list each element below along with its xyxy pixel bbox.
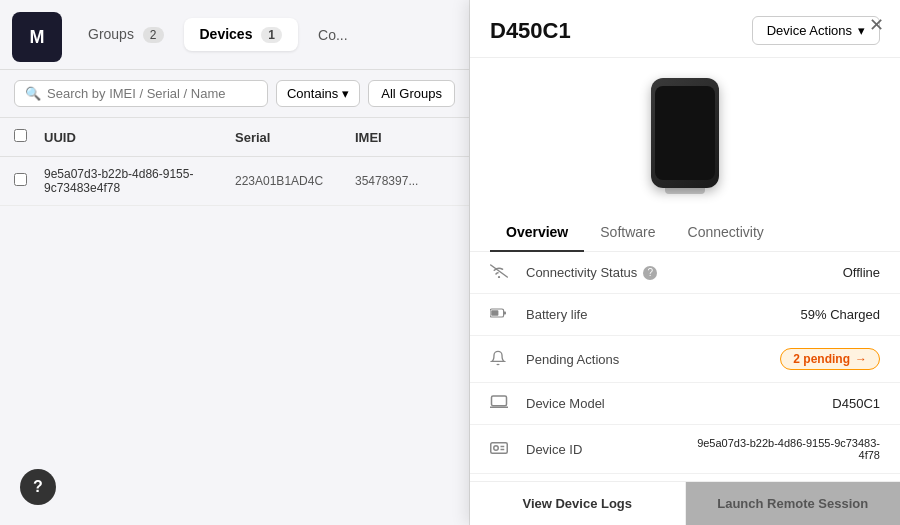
svg-rect-2	[504, 311, 506, 314]
laptop-icon	[490, 395, 514, 412]
phone-base	[665, 188, 705, 194]
connectivity-status-value: Offline	[843, 265, 880, 280]
table-header: UUID Serial IMEI	[0, 118, 469, 157]
tab-co[interactable]: Co...	[302, 19, 364, 51]
panel-header: D450C1 Device Actions ▾	[470, 0, 900, 58]
tab-overview[interactable]: Overview	[490, 214, 584, 252]
search-icon: 🔍	[25, 86, 41, 101]
info-row-device-id: Device ID 9e5a07d3-b22b-4d86-9155-9c7348…	[470, 425, 900, 474]
tab-devices[interactable]: Devices 1	[184, 18, 299, 51]
connectivity-hint[interactable]: ?	[643, 266, 657, 280]
select-all-checkbox[interactable]	[14, 129, 27, 142]
battery-life-label: Battery life	[526, 307, 801, 322]
row-checkbox[interactable]	[14, 173, 27, 186]
launch-remote-session-button[interactable]: Launch Remote Session	[686, 482, 901, 525]
tabs-bar: Groups 2 Devices 1 Co...	[0, 0, 469, 70]
chevron-down-icon: ▾	[342, 86, 349, 101]
left-panel: M Groups 2 Devices 1 Co... 🔍 Contains ▾ …	[0, 0, 470, 525]
close-button[interactable]: ✕	[869, 14, 884, 36]
chevron-down-icon: ▾	[858, 23, 865, 38]
row-uuid: 9e5a07d3-b22b-4d86-9155-9c73483e4f78	[44, 167, 235, 195]
groups-filter[interactable]: All Groups	[368, 80, 455, 107]
device-id-label: Device ID	[526, 442, 680, 457]
device-actions-button[interactable]: Device Actions ▾	[752, 16, 880, 45]
tab-connectivity[interactable]: Connectivity	[672, 214, 780, 252]
bottom-actions: View Device Logs Launch Remote Session	[470, 481, 900, 525]
info-row-battery: Battery life 59% Charged	[470, 294, 900, 336]
svg-rect-3	[491, 310, 498, 316]
device-image	[651, 78, 719, 188]
contains-filter[interactable]: Contains ▾	[276, 80, 360, 107]
info-row-model: Device Model D450C1	[470, 383, 900, 425]
pending-badge[interactable]: 2 pending →	[780, 348, 880, 370]
col-serial-header: Serial	[235, 130, 355, 145]
tab-software[interactable]: Software	[584, 214, 671, 252]
search-bar: 🔍 Contains ▾ All Groups	[0, 70, 469, 118]
wifi-slash-icon	[490, 264, 514, 281]
detail-panel: ✕ D450C1 Device Actions ▾ Overview Softw…	[470, 0, 900, 525]
battery-icon	[490, 306, 514, 323]
id-icon	[490, 441, 514, 458]
col-imei-header: IMEI	[355, 130, 455, 145]
search-input-wrap: 🔍	[14, 80, 268, 107]
row-imei: 35478397...	[355, 174, 455, 188]
col-uuid-header: UUID	[44, 130, 235, 145]
battery-life-value: 59% Charged	[801, 307, 881, 322]
pending-actions-label: Pending Actions	[526, 352, 780, 367]
device-model-value: D450C1	[832, 396, 880, 411]
view-device-logs-button[interactable]: View Device Logs	[470, 482, 686, 525]
arrow-right-icon: →	[855, 352, 867, 366]
device-image-area	[470, 58, 900, 214]
bell-icon	[490, 350, 514, 369]
svg-rect-4	[492, 396, 507, 406]
tab-groups[interactable]: Groups 2	[72, 18, 180, 51]
device-title: D450C1	[490, 18, 571, 44]
svg-point-0	[498, 276, 500, 278]
info-list: Connectivity Status ? Offline Battery li…	[470, 252, 900, 474]
panel-tabs: Overview Software Connectivity	[470, 214, 900, 252]
app-logo: M	[12, 12, 62, 62]
help-button[interactable]: ?	[20, 469, 56, 505]
info-row-pending: Pending Actions 2 pending →	[470, 336, 900, 383]
connectivity-status-label: Connectivity Status ?	[526, 265, 843, 280]
device-id-value: 9e5a07d3-b22b-4d86-9155-9c73483-4f78	[680, 437, 880, 461]
info-row-connectivity: Connectivity Status ? Offline	[470, 252, 900, 294]
svg-point-6	[494, 445, 499, 450]
table-row[interactable]: 9e5a07d3-b22b-4d86-9155-9c73483e4f78 223…	[0, 157, 469, 206]
pending-actions-value[interactable]: 2 pending →	[780, 348, 880, 370]
search-input[interactable]	[47, 86, 257, 101]
device-model-label: Device Model	[526, 396, 832, 411]
row-serial: 223A01B1AD4C	[235, 174, 355, 188]
